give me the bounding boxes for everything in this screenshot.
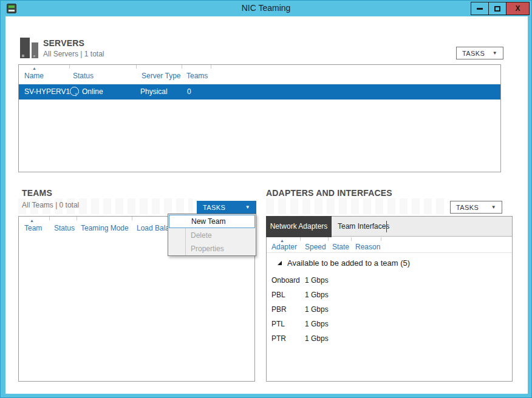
column-separator <box>351 237 352 241</box>
adapter-name: PTR <box>271 334 286 343</box>
adapters-col-state[interactable]: State <box>332 243 349 251</box>
adapters-tabstrip: Network Adapters Team Interfaces <box>267 217 512 237</box>
adapter-speed: 1 Gbps <box>305 320 329 328</box>
sort-ascending-icon: ▲ <box>280 238 284 243</box>
adapters-col-adapter[interactable]: Adapter <box>271 243 297 251</box>
adapter-group-label: Available to be added to a team (5) <box>287 258 410 268</box>
server-teams-count: 0 <box>187 87 191 96</box>
teams-col-teaming-mode[interactable]: Teaming Mode <box>81 224 129 232</box>
servers-tasks-button[interactable]: TASKS ▼ <box>456 47 503 59</box>
adapters-heading: ADAPTERS AND INTERFACES <box>266 188 392 198</box>
servers-col-name[interactable]: Name <box>24 72 44 80</box>
teams-col-team[interactable]: Team <box>24 224 42 232</box>
adapter-name: PBR <box>271 305 287 314</box>
column-separator <box>381 237 381 241</box>
servers-tasks-label: TASKS <box>462 50 485 57</box>
adapter-row[interactable]: PBL 1 Gbps <box>267 288 512 303</box>
nic-teaming-window: NIC Teaming X SERVERS All Servers | 1 to… <box>0 0 532 398</box>
servers-heading: SERVERS <box>43 38 84 48</box>
teams-tasks-label: TASKS <box>203 204 225 211</box>
server-status: Online <box>82 87 103 96</box>
sort-ascending-icon: ▲ <box>30 218 34 223</box>
teams-tasks-button[interactable]: TASKS ▼ <box>197 201 256 214</box>
adapter-speed: 1 Gbps <box>305 334 329 343</box>
collapse-triangle-icon[interactable] <box>278 261 282 265</box>
column-separator <box>69 65 70 69</box>
adapters-panel: Network Adapters Team Interfaces ▲ Adapt… <box>266 216 513 382</box>
chevron-down-icon: ▼ <box>245 205 250 210</box>
column-separator <box>182 65 182 69</box>
teams-col-status[interactable]: Status <box>54 224 75 232</box>
server-type: Physical <box>140 87 168 96</box>
adapter-group-row[interactable]: Available to be added to a team (5) <box>267 257 512 271</box>
maximize-button[interactable] <box>488 2 506 15</box>
servers-col-status[interactable]: Status <box>73 72 94 80</box>
column-separator <box>136 65 137 69</box>
server-row-selected[interactable]: SV-HYPERV1 ↑ Online Physical 0 <box>19 84 500 100</box>
chevron-down-icon: ▼ <box>491 205 496 210</box>
tasks-dropdown-menu: New Team Delete Properties <box>168 214 256 256</box>
sort-ascending-icon: ▲ <box>32 66 36 70</box>
teams-heading: TEAMS <box>22 188 52 198</box>
adapters-table-header: ▲ Adapter Speed State Reason <box>267 237 512 253</box>
tab-team-interfaces[interactable]: Team Interfaces <box>338 217 389 237</box>
servers-icon <box>20 36 39 59</box>
column-separator <box>300 237 301 241</box>
servers-col-server-type[interactable]: Server Type <box>142 72 180 80</box>
servers-table-header: ▲ Name Status Server Type Teams <box>19 65 500 84</box>
servers-list[interactable]: ▲ Name Status Server Type Teams SV-HYPER… <box>18 64 501 172</box>
adapters-col-speed[interactable]: Speed <box>305 243 326 251</box>
adapter-name: PTL <box>271 320 285 328</box>
column-separator <box>211 65 211 69</box>
adapter-row[interactable]: PTR 1 Gbps <box>267 332 512 346</box>
column-separator <box>132 217 132 220</box>
servers-subtitle: All Servers | 1 total <box>43 50 104 58</box>
window-content: SERVERS All Servers | 1 total TASKS ▼ ▲ … <box>5 16 528 394</box>
titlebar: NIC Teaming X <box>1 1 531 16</box>
menu-item-properties[interactable]: Properties <box>169 243 255 256</box>
menu-item-delete[interactable]: Delete <box>169 229 255 243</box>
teams-col-load-balancing[interactable]: Load Bala <box>137 224 169 232</box>
adapters-tasks-label: TASKS <box>456 204 479 211</box>
window-controls: X <box>471 2 530 15</box>
minimize-icon <box>477 8 483 10</box>
teams-subtitle: All Teams | 0 total <box>22 201 79 209</box>
server-up-icon: ↑ <box>70 87 79 96</box>
adapter-row[interactable]: PTL 1 Gbps <box>267 317 512 332</box>
adapter-row[interactable]: PBR 1 Gbps <box>267 303 512 317</box>
column-separator <box>77 217 77 220</box>
server-name: SV-HYPERV1 <box>24 87 70 96</box>
maximize-icon <box>494 6 500 12</box>
adapters-col-reason[interactable]: Reason <box>355 243 380 251</box>
servers-col-teams[interactable]: Teams <box>186 72 208 80</box>
adapter-speed: 1 Gbps <box>305 291 329 299</box>
adapter-row[interactable]: Onboard 1 Gbps <box>267 274 512 288</box>
tab-network-adapters[interactable]: Network Adapters <box>266 216 332 237</box>
adapter-speed: 1 Gbps <box>305 305 329 314</box>
menu-item-new-team[interactable]: New Team <box>169 215 255 228</box>
chevron-down-icon: ▼ <box>493 51 497 56</box>
column-separator <box>328 237 329 241</box>
adapter-name: PBL <box>271 291 285 299</box>
window-title: NIC Teaming <box>1 3 531 13</box>
column-separator <box>49 217 50 220</box>
decorative-texture <box>266 198 446 214</box>
close-icon: X <box>515 4 520 13</box>
minimize-button[interactable] <box>471 2 489 15</box>
close-button[interactable]: X <box>506 2 530 15</box>
adapter-name: Onboard <box>271 276 300 285</box>
adapters-tasks-button[interactable]: TASKS ▼ <box>450 201 502 214</box>
tab-separator <box>386 221 387 232</box>
adapter-speed: 1 Gbps <box>305 276 329 285</box>
